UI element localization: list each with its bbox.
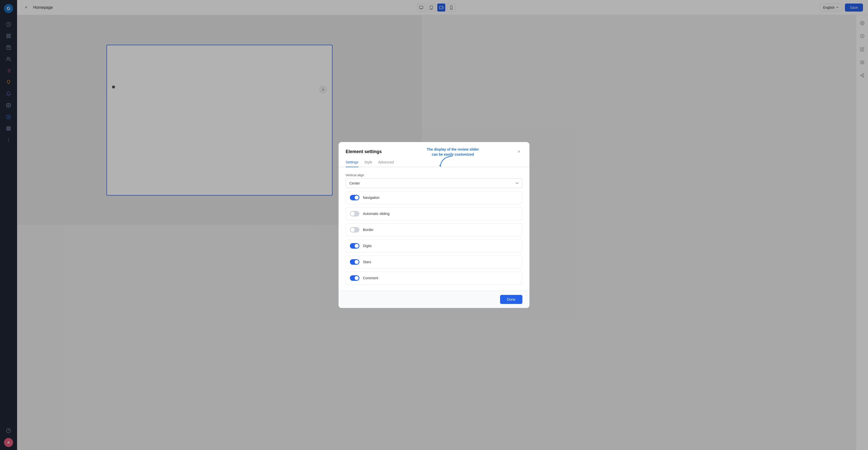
toggle-knob [351, 212, 354, 216]
modal-tabs: Settings Style Advanced [339, 158, 434, 167]
border-toggle-row: Border [346, 223, 434, 225]
vertical-align-select[interactable]: Center Top Bottom [346, 178, 434, 188]
automatic-sliding-toggle-row: Automatic sliding [346, 207, 434, 220]
element-settings-modal: Element settings The display of the revi… [339, 142, 434, 225]
vertical-align-label: Vertical align [346, 173, 434, 177]
automatic-sliding-label: Automatic sliding [363, 212, 390, 216]
modal-overlay: Element settings The display of the revi… [0, 0, 434, 225]
navigation-toggle-row: Navigation [346, 191, 434, 204]
tooltip-annotation: The display of the review slidercan be e… [427, 147, 434, 157]
modal-tab-style[interactable]: Style [365, 158, 372, 167]
modal-title: Element settings [346, 149, 382, 154]
modal-header: Element settings The display of the revi… [339, 142, 434, 155]
modal-tab-settings[interactable]: Settings [346, 158, 359, 167]
toggle-knob [354, 196, 359, 200]
modal-tab-advanced[interactable]: Advanced [378, 158, 394, 167]
modal-body: Vertical align Center Top Bottom Navigat… [339, 167, 434, 225]
navigation-label: Navigation [363, 196, 379, 200]
vertical-align-field: Vertical align Center Top Bottom [346, 173, 434, 188]
automatic-sliding-toggle[interactable] [350, 211, 360, 217]
tooltip-text: The display of the review slidercan be e… [427, 147, 434, 157]
navigation-toggle[interactable] [350, 195, 360, 200]
